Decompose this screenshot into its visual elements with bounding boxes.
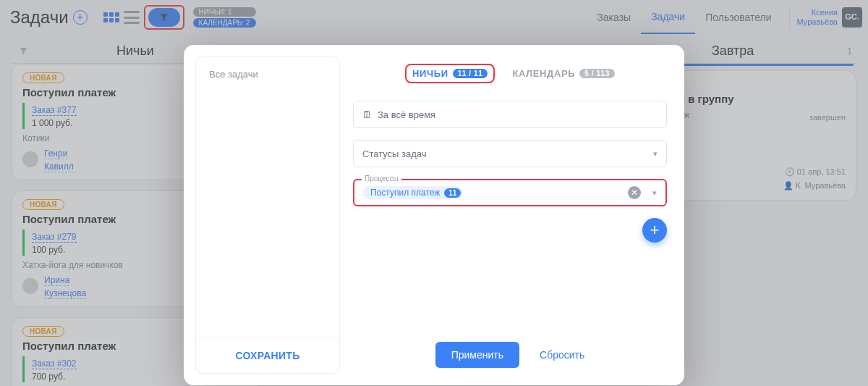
tab-count: 5 / 113 [579, 69, 615, 78]
clear-icon[interactable]: ✕ [628, 186, 641, 199]
tab-nobody[interactable]: НИЧЬИ 11 / 11 [412, 68, 488, 79]
period-value: За всё время [378, 109, 435, 120]
status-select[interactable]: Статусы задач ▾ [353, 140, 667, 167]
process-label: Процессы [362, 175, 401, 182]
chip-count: 11 [444, 188, 461, 198]
modal-actions: Применить Сбросить [353, 342, 667, 372]
chevron-down-icon: ▾ [652, 188, 657, 198]
status-placeholder: Статусы задач [362, 148, 427, 159]
calendar-icon: 🗓 [362, 109, 372, 120]
tab-label: КАЛЕНДАРЬ [512, 68, 575, 79]
period-select[interactable]: 🗓 За всё время [353, 101, 667, 128]
add-filter-button[interactable]: + [642, 218, 667, 243]
tab-calendar[interactable]: КАЛЕНДАРЬ 5 / 113 [512, 68, 615, 79]
apply-button[interactable]: Применить [435, 342, 519, 368]
tab-label: НИЧЬИ [412, 68, 448, 79]
chip-text: Поступил платеж [370, 188, 440, 198]
process-select[interactable]: Процессы Поступил платеж 11 ✕ ▾ [353, 179, 667, 206]
process-chip[interactable]: Поступил платеж 11 [363, 186, 463, 199]
tab-highlight: НИЧЬИ 11 / 11 [405, 64, 495, 83]
all-tasks-item[interactable]: Все задачи [196, 57, 339, 337]
filter-modal: Все задачи СОХРАНИТЬ НИЧЬИ 11 / 11 КАЛЕН… [184, 45, 684, 385]
reset-button[interactable]: Сбросить [540, 349, 584, 361]
save-button[interactable]: СОХРАНИТЬ [196, 337, 339, 373]
filter-tabs: НИЧЬИ 11 / 11 КАЛЕНДАРЬ 5 / 113 [353, 64, 667, 83]
modal-content: НИЧЬИ 11 / 11 КАЛЕНДАРЬ 5 / 113 🗓 За всё… [352, 45, 684, 385]
tab-count: 11 / 11 [453, 69, 488, 78]
modal-sidebar: Все задачи СОХРАНИТЬ [195, 56, 340, 374]
chevron-down-icon: ▾ [653, 149, 658, 159]
